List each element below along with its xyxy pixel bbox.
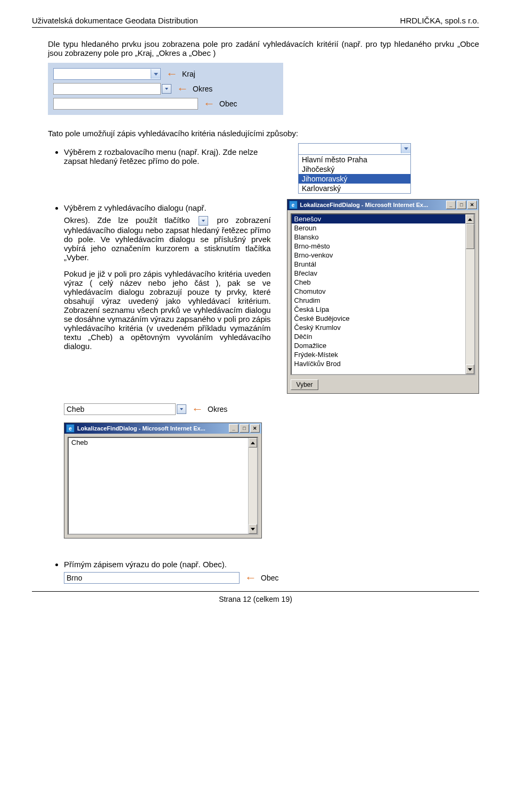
methods-intro: Tato pole umožňují zápis vyhledávacího k… bbox=[32, 129, 479, 138]
minimize-button[interactable]: _ bbox=[446, 201, 456, 209]
list-item[interactable]: Cheb bbox=[292, 278, 465, 287]
close-button[interactable]: ✕ bbox=[467, 201, 477, 209]
find-dialog: e LokalizaceFindDialog - Microsoft Inter… bbox=[287, 199, 479, 394]
arrow-left-icon: ← bbox=[245, 572, 257, 584]
arrow-left-icon: ← bbox=[192, 403, 203, 415]
list-item[interactable]: Český Krumlov bbox=[292, 323, 465, 332]
dialog-titlebar[interactable]: e LokalizaceFindDialog - Microsoft Inter… bbox=[287, 200, 479, 210]
dialog-title: LokalizaceFindDialog - Microsoft Interne… bbox=[77, 425, 229, 432]
bullet-search-dialog: Výběrem z vyhledávacího dialogu (např. bbox=[64, 203, 271, 212]
kraj-option[interactable]: Karlovarský bbox=[299, 184, 410, 193]
kraj-dropdown-open: Hlavní město PrahaJihočeskýJihomoravskýK… bbox=[298, 143, 411, 194]
chevron-down-icon bbox=[404, 147, 408, 150]
kraj-combo[interactable] bbox=[53, 68, 161, 80]
kraj-option[interactable]: Jihomoravský bbox=[299, 174, 410, 184]
bullet-select-menu: Výběrem z rozbalovacího menu (např. Kraj… bbox=[64, 147, 277, 165]
search-fields-panel: ← Kraj ← Okres ← Obec bbox=[48, 63, 283, 115]
okres-input-filled[interactable]: Cheb bbox=[64, 403, 176, 415]
okres-label: Okres bbox=[208, 405, 227, 413]
chevron-down-icon bbox=[202, 220, 205, 222]
chevron-down-icon bbox=[180, 408, 183, 410]
triangle-up-icon bbox=[251, 442, 255, 444]
scroll-thumb[interactable] bbox=[466, 224, 474, 249]
maximize-button[interactable]: □ bbox=[240, 424, 249, 433]
chevron-down-icon bbox=[165, 88, 168, 90]
arrow-left-icon: ← bbox=[166, 68, 178, 80]
header-left: Uživatelská dokumentace Geodata Distribu… bbox=[32, 16, 198, 25]
obec-input-filled[interactable]: Brno bbox=[64, 572, 240, 584]
list-item[interactable]: Bruntál bbox=[292, 260, 465, 269]
ie-icon: e bbox=[289, 201, 298, 209]
bullet2-body: Okres). Zde lze použít tlačítko pro zobr… bbox=[64, 216, 271, 262]
obec-label: Obec bbox=[261, 574, 278, 582]
maximize-button[interactable]: □ bbox=[457, 201, 466, 209]
scroll-up-button[interactable] bbox=[249, 438, 257, 448]
dialog-titlebar[interactable]: e LokalizaceFindDialog - Microsoft Inter… bbox=[64, 423, 261, 434]
triangle-down-icon bbox=[468, 368, 472, 371]
scroll-down-button[interactable] bbox=[249, 524, 257, 534]
list-item[interactable]: Benešov bbox=[292, 214, 465, 223]
kraj-dropdown-button[interactable] bbox=[151, 69, 160, 79]
kraj-option[interactable]: Jihočeský bbox=[299, 164, 410, 174]
okres-label: Okres bbox=[193, 85, 212, 93]
find-dialog-filtered: e LokalizaceFindDialog - Microsoft Inter… bbox=[64, 422, 262, 538]
list-item[interactable]: Břeclav bbox=[292, 269, 465, 278]
header-right: HRDLIČKA, spol.s r.o. bbox=[400, 16, 479, 25]
chevron-down-icon bbox=[154, 73, 158, 76]
list-item[interactable]: Děčín bbox=[292, 332, 465, 341]
arrow-left-icon: ← bbox=[177, 83, 188, 95]
vyber-button[interactable]: Vyber bbox=[291, 379, 319, 390]
close-button[interactable]: ✕ bbox=[250, 424, 260, 433]
results-listbox[interactable]: BenešovBerounBlanskoBrno-městoBrno-venko… bbox=[291, 213, 475, 375]
lookup-icon[interactable] bbox=[199, 216, 208, 226]
triangle-up-icon bbox=[468, 218, 472, 221]
kraj-option[interactable]: Hlavní město Praha bbox=[299, 155, 410, 164]
triangle-down-icon bbox=[251, 528, 255, 531]
top-divider bbox=[32, 27, 479, 28]
bullet2-para2: Pokud je již v poli pro zápis vyhledávac… bbox=[64, 269, 271, 351]
list-item[interactable]: České Budějovice bbox=[292, 314, 465, 323]
results-listbox[interactable]: Cheb bbox=[68, 437, 258, 535]
okres-field[interactable] bbox=[53, 83, 161, 95]
list-item[interactable]: Chomutov bbox=[292, 287, 465, 296]
page-footer: Strana 12 (celkem 19) bbox=[32, 595, 479, 603]
bullet-direct-entry: Přímým zápisem výrazu do pole (např. Obe… bbox=[64, 560, 479, 569]
scrollbar[interactable] bbox=[465, 214, 474, 374]
list-item[interactable]: Cheb bbox=[69, 438, 248, 447]
obec-label: Obec bbox=[219, 100, 237, 108]
kraj-label: Kraj bbox=[182, 70, 195, 78]
scroll-up-button[interactable] bbox=[466, 214, 474, 224]
scrollbar[interactable] bbox=[248, 438, 257, 534]
list-item[interactable]: Brno-venkov bbox=[292, 251, 465, 260]
list-item[interactable]: Chrudim bbox=[292, 296, 465, 305]
scroll-down-button[interactable] bbox=[466, 364, 474, 374]
bottom-divider bbox=[32, 591, 479, 592]
dialog-title: LokalizaceFindDialog - Microsoft Interne… bbox=[300, 202, 446, 208]
list-item[interactable]: Domažlice bbox=[292, 341, 465, 350]
list-item[interactable]: Česká Lípa bbox=[292, 305, 465, 314]
ie-icon: e bbox=[66, 424, 75, 433]
obec-field[interactable] bbox=[53, 98, 198, 110]
okres-lookup-button[interactable] bbox=[177, 404, 186, 414]
list-item[interactable]: Frýdek-Místek bbox=[292, 350, 465, 359]
minimize-button[interactable]: _ bbox=[229, 424, 238, 433]
list-item[interactable]: Blansko bbox=[292, 233, 465, 242]
list-item[interactable]: Brno-město bbox=[292, 242, 465, 251]
okres-lookup-button[interactable] bbox=[162, 84, 171, 94]
arrow-left-icon: ← bbox=[203, 98, 215, 110]
list-item[interactable]: Beroun bbox=[292, 223, 465, 233]
intro-text: Dle typu hledaného prvku jsou zobrazena … bbox=[32, 39, 479, 57]
kraj-dropdown-button[interactable] bbox=[401, 144, 410, 153]
list-item[interactable]: Havlíčkův Brod bbox=[292, 359, 465, 368]
